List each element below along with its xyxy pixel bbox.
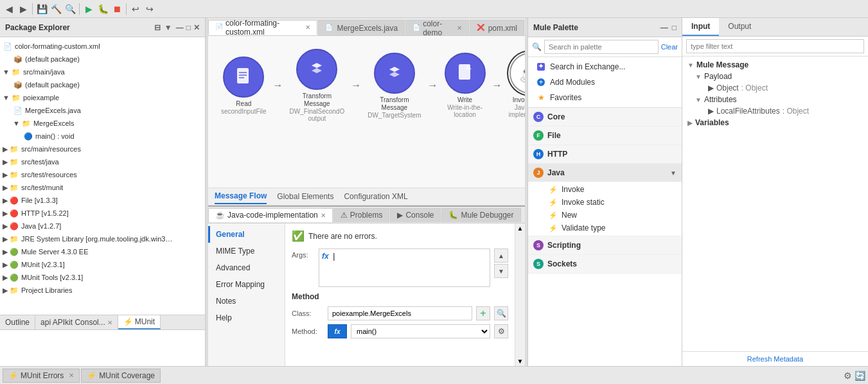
flow-tab-config-xml[interactable]: Configuration XML <box>344 189 407 204</box>
toolbar-back[interactable]: ◀ <box>3 3 15 15</box>
tree-item-mergeexcels[interactable]: ▼ 📁 MergeExcels <box>0 117 205 130</box>
tree-item[interactable]: 📦 (default package) <box>0 53 205 65</box>
tree-item[interactable]: ▼ 📁 src/main/java <box>0 65 205 78</box>
tab-outline[interactable]: Outline <box>0 315 35 329</box>
palette-cat-file-header[interactable]: F File <box>528 127 682 144</box>
toolbar-stop[interactable]: ⏹ <box>111 3 123 15</box>
bottom-refresh-icon[interactable]: 🔄 <box>855 371 865 381</box>
config-item-error-mapping[interactable]: Error Mapping <box>208 276 285 293</box>
tree-item-munit[interactable]: ▶ 🟢 MUnit [v2.3.1] <box>0 258 205 271</box>
vertical-scrollbar[interactable]: ▲ ▼ <box>515 223 525 366</box>
tab-color-formating[interactable]: 📄 color-formating-custom.xml ✕ <box>208 20 317 35</box>
payload-expand-icon[interactable]: ▼ <box>695 73 702 80</box>
palette-cat-core-header[interactable]: C Core <box>528 108 682 126</box>
flow-node-transform1[interactable]: Transform Message DW_FinalSecondOoutput <box>290 49 345 122</box>
bottom-bar-tab-munit-errors[interactable]: ⚡ MUnit Errors ✕ <box>3 369 80 383</box>
flow-node-write[interactable]: Write Write-in-the-location <box>445 53 486 118</box>
toolbar-forward[interactable]: ▶ <box>17 3 30 15</box>
palette-search-input[interactable] <box>544 40 659 54</box>
palette-cat-http-header[interactable]: H HTTP <box>528 145 682 163</box>
bottom-tab-console[interactable]: ▶ Console <box>390 208 441 222</box>
scroll-up-btn[interactable]: ▲ <box>515 223 525 233</box>
props-tab-output[interactable]: Output <box>719 18 760 36</box>
tree-item[interactable]: ▶ 📁 src/test/munit <box>0 181 205 194</box>
config-item-general[interactable]: General <box>208 226 285 243</box>
tree-item-file[interactable]: ▶ 🔴 File [v1.3.3] <box>0 194 205 207</box>
tree-item[interactable]: 📄 color-formating-custom.xml <box>0 40 205 53</box>
tab-pom[interactable]: ❌ pom.xml <box>470 20 524 35</box>
localfileattributes-expand-icon[interactable]: ▶ <box>708 107 714 116</box>
flow-node-read[interactable]: Read secondInputFile <box>221 57 267 115</box>
panel-max-icon[interactable]: □ <box>186 23 191 32</box>
palette-item-new[interactable]: ⚡ New <box>544 209 682 222</box>
toolbar-undo[interactable]: ↩ <box>129 3 142 15</box>
config-item-help[interactable]: Help <box>208 310 285 326</box>
method-config-btn[interactable]: ⚙ <box>494 324 508 338</box>
args-scroll-down[interactable]: ▼ <box>494 264 508 278</box>
bottom-tab-java-impl[interactable]: ☕ Java-code-implementation ✕ <box>208 208 333 222</box>
config-item-notes[interactable]: Notes <box>208 293 285 310</box>
flow-tab-global[interactable]: Global Elements <box>277 189 333 204</box>
mule-message-expand-icon[interactable]: ▼ <box>687 62 694 69</box>
toolbar-debug[interactable]: 🐛 <box>96 3 109 15</box>
tree-item-java[interactable]: ▶ 🔴 Java [v1.2.7] <box>0 220 205 232</box>
panel-menu-icon[interactable]: ▼ <box>164 23 172 32</box>
bottom-settings-icon[interactable]: ⚙ <box>844 371 852 381</box>
palette-cat-java-header[interactable]: J Java ▼ <box>528 164 682 182</box>
tab-mergeexcels[interactable]: 📄 MergeExcels.java <box>318 20 405 35</box>
palette-action-modules[interactable]: + Add Modules <box>533 75 677 89</box>
tab-apikit[interactable]: api APIkit Consol... ✕ <box>35 315 118 329</box>
tree-item[interactable]: ▶ 📁 src/main/resources <box>0 143 205 155</box>
tree-item[interactable]: ▼ 📁 poiexample <box>0 91 205 104</box>
tree-item[interactable]: ▶ 📁 src/test/java <box>0 155 205 168</box>
flow-node-invoke-static[interactable]: ☕ Invoke static Java-code-implementation <box>509 53 525 118</box>
tab-color-demo[interactable]: 📄 color-demo ✕ <box>405 20 469 35</box>
bottom-bar-tab-munit-coverage[interactable]: ⚡ MUnit Coverage <box>81 369 161 383</box>
flow-canvas[interactable]: Read secondInputFile → Transform Message… <box>208 36 525 188</box>
palette-item-validate-type[interactable]: ⚡ Validate type <box>544 222 682 234</box>
panel-close-icon[interactable]: ✕ <box>193 23 200 32</box>
panel-collapse-icon[interactable]: ⊟ <box>154 23 161 32</box>
config-item-advanced[interactable]: Advanced <box>208 259 285 276</box>
tree-item-mule[interactable]: ▶ 🟢 Mule Server 4.3.0 EE <box>0 245 205 258</box>
tree-item-proj-libs[interactable]: ▶ 📁 Project Libraries <box>0 284 205 297</box>
object-expand-icon[interactable]: ▶ <box>708 83 714 92</box>
flow-tab-message[interactable]: Message Flow <box>215 189 267 204</box>
palette-min-icon[interactable]: — <box>660 23 668 32</box>
bottom-tab-mule-debugger[interactable]: 🐛 Mule Debugger <box>441 208 520 222</box>
toolbar-build[interactable]: 🔨 <box>49 3 62 15</box>
class-search-btn[interactable]: 🔍 <box>494 306 508 320</box>
class-add-btn[interactable]: + <box>476 306 490 320</box>
bottom-tab-problems[interactable]: ⚠ Problems <box>333 208 390 222</box>
class-input[interactable] <box>328 306 472 320</box>
bottom-tab-java-impl-close[interactable]: ✕ <box>321 212 326 219</box>
palette-cat-sockets-header[interactable]: S Sockets <box>528 255 682 273</box>
props-tab-input[interactable]: Input <box>682 18 719 36</box>
toolbar-save[interactable]: 💾 <box>35 3 48 15</box>
tree-item[interactable]: ▶ 📁 src/test/resources <box>0 168 205 181</box>
palette-item-invoke-static[interactable]: ⚡ Invoke static <box>544 196 682 209</box>
tab-apikit-close[interactable]: ✕ <box>107 319 112 326</box>
palette-action-exchange[interactable]: ✦ Search in Exchange... <box>533 60 677 74</box>
refresh-metadata-btn[interactable]: Refresh Metadata <box>747 355 803 363</box>
props-search-input[interactable] <box>686 39 864 53</box>
method-select[interactable]: main() <box>351 324 490 338</box>
toolbar-redo[interactable]: ↪ <box>143 3 156 15</box>
flow-node-transform2[interactable]: Transform Message DW_TargetSystem <box>368 53 421 119</box>
tab-color-formating-close[interactable]: ✕ <box>305 24 310 31</box>
tab-color-demo-close[interactable]: ✕ <box>457 24 462 31</box>
panel-min-icon[interactable]: — <box>176 23 184 32</box>
tree-item-main[interactable]: 🔵 main() : void <box>0 130 205 143</box>
palette-max-icon[interactable]: □ <box>672 23 677 32</box>
tree-item-munit-tools[interactable]: ▶ 🟢 MUnit Tools [v2.3.1] <box>0 271 205 284</box>
tree-item-http[interactable]: ▶ 🔴 HTTP [v1.5.22] <box>0 207 205 220</box>
tab-munit[interactable]: ⚡ MUnit <box>118 315 161 329</box>
attributes-expand-icon[interactable]: ▼ <box>695 96 702 103</box>
scroll-down-btn[interactable]: ▼ <box>515 356 525 366</box>
variables-expand-icon[interactable]: ▶ <box>687 119 693 127</box>
tree-item[interactable]: 📦 (default package) <box>0 78 205 91</box>
config-item-mime-type[interactable]: MIME Type <box>208 243 285 259</box>
toolbar-run[interactable]: ▶ <box>82 3 95 15</box>
palette-action-favorites[interactable]: ★ Favorites <box>533 91 677 105</box>
args-scroll-up[interactable]: ▲ <box>494 249 508 263</box>
